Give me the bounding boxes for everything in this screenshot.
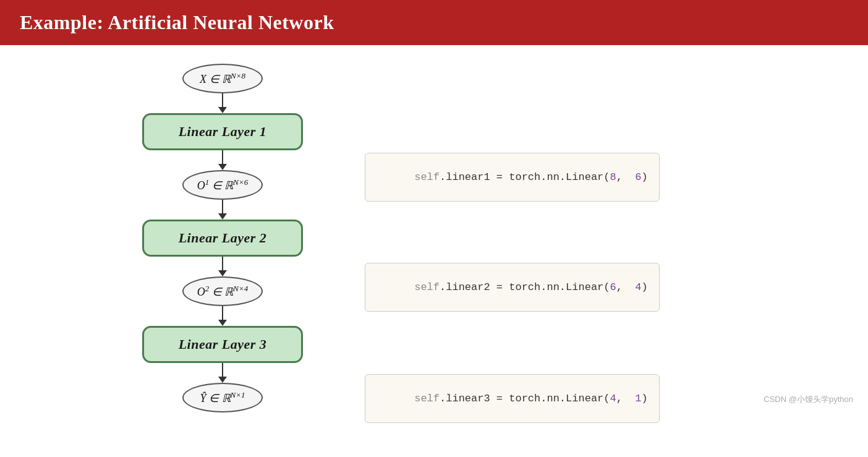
code-box-2-wrapper: self.linear2 = torch.nn.Linear(6, 4): [365, 263, 660, 312]
output-node: Ŷ ∈ ℝN×1: [182, 383, 263, 412]
code-box-1: self.linear1 = torch.nn.Linear(8, 6): [365, 153, 660, 202]
arrow-4: [218, 257, 227, 276]
linear-layer-2-box: Linear Layer 2: [142, 220, 303, 257]
input-node: X ∈ ℝN×8: [182, 64, 263, 93]
linear-layer-3-box: Linear Layer 3: [142, 326, 303, 363]
code-box-3-wrapper: self.linear3 = torch.nn.Linear(4, 1): [365, 374, 660, 423]
linear-layer-1-box: Linear Layer 1: [142, 113, 303, 150]
code-box-1-wrapper: self.linear1 = torch.nn.Linear(8, 6): [365, 153, 660, 202]
arrow-6: [218, 363, 227, 383]
o1-node: O1 ∈ ℝN×6: [182, 170, 263, 200]
code-box-3: self.linear3 = torch.nn.Linear(4, 1): [365, 374, 660, 423]
arrow-2: [218, 150, 227, 170]
o2-node: O2 ∈ ℝN×4: [182, 276, 263, 306]
arrow-5: [218, 306, 227, 326]
arrow-3: [218, 200, 227, 220]
header-title: Example: Artificial Neural Network: [20, 11, 334, 33]
code-box-2: self.linear2 = torch.nn.Linear(6, 4): [365, 263, 660, 312]
arrow-1: [218, 93, 227, 113]
page-header: Example: Artificial Neural Network: [0, 0, 868, 45]
watermark: CSDN @小馒头学python: [764, 394, 853, 405]
